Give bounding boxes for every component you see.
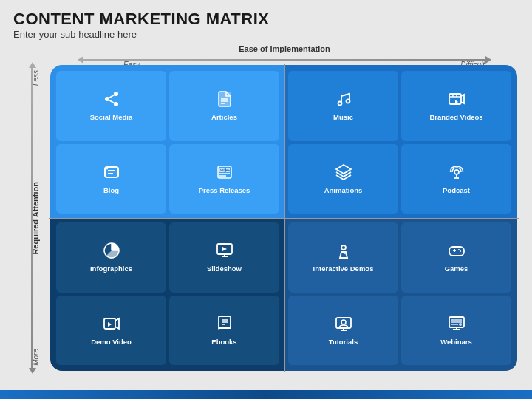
svg-point-51: [458, 249, 460, 250]
svg-line-4: [109, 95, 114, 98]
svg-point-20: [338, 102, 341, 106]
svg-point-63: [459, 323, 462, 326]
tutorials-label: Tutorials: [329, 338, 358, 346]
share-icon: [103, 90, 120, 111]
svg-marker-36: [222, 247, 227, 251]
quadrants: Social Media: [50, 65, 517, 371]
cell-animations[interactable]: Animations: [288, 144, 398, 214]
quadrant-bottom-right: Interactive Demos: [284, 218, 517, 371]
demo-video-label: Demo Video: [91, 338, 132, 346]
arrow-up: [29, 62, 36, 68]
quadrant-bottom-left: Infographics Slides: [50, 218, 284, 371]
quad-inner-bl: Infographics Slides: [56, 222, 279, 365]
infographics-label: Infographics: [90, 265, 132, 273]
tutorial-icon: [335, 315, 352, 335]
svg-point-29: [454, 170, 459, 174]
playvideo-icon: [103, 315, 120, 335]
quadrant-top-left: Social Media: [50, 65, 284, 218]
arrow-down: [29, 368, 36, 374]
music-label: Music: [333, 113, 353, 121]
interactive-icon: [335, 242, 352, 262]
music-icon: [335, 90, 352, 111]
articles-label: Articles: [211, 113, 237, 121]
interactive-demos-label: Interactive Demos: [313, 265, 374, 273]
matrix-area: Ease of Implementation Easy Difficult Le…: [13, 44, 519, 377]
cell-podcast[interactable]: Podcast: [401, 144, 511, 214]
svg-marker-40: [108, 322, 112, 327]
cell-infographics[interactable]: Infographics: [56, 222, 166, 293]
podcast-label: Podcast: [443, 186, 470, 194]
cell-games[interactable]: Games: [401, 222, 511, 293]
cell-social-media[interactable]: Social Media: [56, 71, 166, 141]
cell-articles[interactable]: Articles: [169, 71, 279, 141]
quad-inner-tl: Social Media: [56, 71, 279, 214]
cell-interactive-demos[interactable]: Interactive Demos: [288, 222, 398, 293]
svg-point-54: [341, 320, 346, 324]
svg-rect-48: [449, 247, 464, 256]
branded-videos-label: Branded Videos: [429, 113, 482, 121]
arrow-right: [485, 56, 491, 64]
social-media-label: Social Media: [90, 113, 133, 121]
cell-blog[interactable]: Blog: [56, 144, 166, 214]
press-releases-label: Press Releases: [199, 186, 250, 194]
ease-arrow-line: Easy Difficult: [83, 59, 486, 61]
cell-tutorials[interactable]: Tutorials: [288, 296, 398, 366]
gamepad-icon: [448, 242, 466, 262]
cell-branded-videos[interactable]: Branded Videos: [401, 71, 511, 141]
cell-slideshow[interactable]: Slideshow: [169, 222, 279, 293]
piechart-icon: [103, 242, 120, 262]
quad-inner-tr: Music: [288, 71, 511, 214]
cell-press-releases[interactable]: NEWS Press Releases: [169, 144, 279, 214]
main-title: CONTENT MARKETING MATRIX: [13, 10, 519, 28]
cell-webinars[interactable]: Webinars: [401, 296, 511, 366]
attention-axis: Less Required Attention More: [21, 66, 50, 369]
sub-title: Enter your sub headline here: [13, 29, 519, 40]
svg-point-12: [106, 168, 108, 169]
svg-rect-53: [336, 318, 351, 328]
page-container: CONTENT MARKETING MATRIX Enter your sub …: [0, 0, 532, 399]
slideshow-label: Slideshow: [207, 265, 242, 273]
ease-axis: Ease of Implementation Easy Difficult: [50, 44, 519, 66]
svg-marker-28: [336, 165, 351, 174]
blog-label: Blog: [103, 186, 119, 194]
video-icon: [448, 90, 466, 111]
svg-line-22: [341, 94, 349, 96]
blog-icon: [103, 163, 120, 184]
svg-point-45: [341, 245, 346, 250]
svg-point-52: [460, 250, 461, 252]
bottom-strip: [0, 390, 532, 399]
cell-music[interactable]: Music: [288, 71, 398, 141]
layers-icon: [335, 163, 352, 184]
document-icon: [216, 90, 233, 111]
games-label: Games: [445, 265, 468, 273]
cell-ebooks[interactable]: Ebooks: [169, 296, 279, 366]
ebooks-label: Ebooks: [211, 338, 236, 346]
svg-point-2: [114, 102, 118, 106]
quad-inner-br: Interactive Demos: [288, 222, 511, 365]
svg-point-1: [105, 97, 109, 101]
cross-vertical: [284, 64, 285, 372]
webinars-label: Webinars: [440, 338, 472, 346]
svg-point-21: [346, 100, 349, 103]
cell-demo-video[interactable]: Demo Video: [56, 296, 166, 366]
animations-label: Animations: [324, 186, 363, 194]
ease-label: Ease of Implementation: [239, 44, 330, 53]
svg-line-3: [109, 100, 114, 103]
svg-text:NEWS: NEWS: [220, 168, 229, 172]
slideshow-icon: [216, 242, 233, 262]
matrix-grid: Social Media: [50, 65, 517, 371]
v-arrow: [31, 66, 33, 369]
svg-point-0: [114, 92, 118, 96]
newspaper-icon: NEWS: [216, 163, 233, 184]
podcast-icon: [448, 163, 466, 184]
quadrant-top-right: Music: [284, 65, 517, 218]
header: CONTENT MARKETING MATRIX Enter your sub …: [13, 10, 519, 40]
book-icon: [216, 315, 233, 335]
webinar-icon: [448, 315, 466, 335]
